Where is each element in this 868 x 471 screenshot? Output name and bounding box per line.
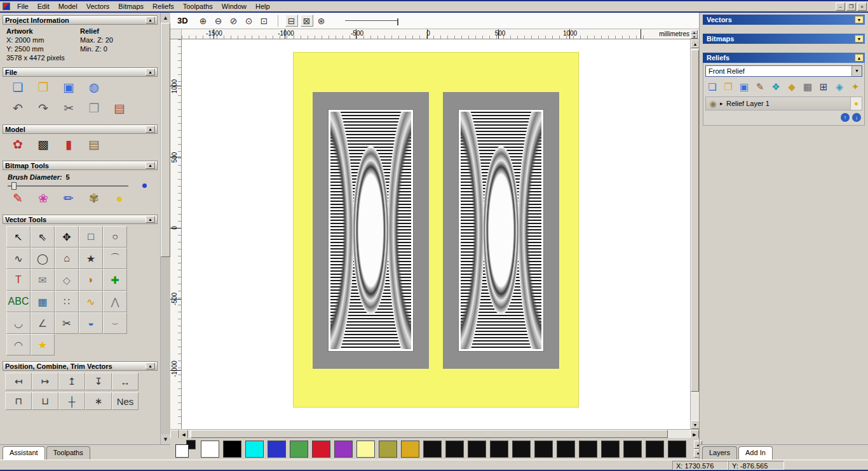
align-top-icon[interactable]: ↥ — [58, 373, 85, 390]
import-export-icon[interactable]: ◍ — [86, 80, 102, 95]
edit-model-icon[interactable]: ✿ — [10, 137, 25, 152]
palette-swatch-purple[interactable] — [334, 441, 353, 458]
star-wizard-icon[interactable]: ★ — [31, 334, 55, 355]
node-editing-icon[interactable]: ⇖ — [31, 226, 55, 248]
units-spinner[interactable]: ▲ ▼ — [691, 30, 698, 39]
scrollbar-track[interactable] — [691, 48, 699, 420]
wrap-text-icon[interactable]: ✉ — [31, 269, 55, 291]
collapse-section-button[interactable]: ▲ — [146, 162, 155, 169]
zoom-window-icon[interactable]: ⊡ — [258, 15, 271, 27]
polyline-fit-icon[interactable]: ⋀ — [103, 291, 127, 312]
create-rectangle-icon[interactable]: □ — [79, 226, 103, 248]
layer-move-down-button[interactable]: ↓ — [852, 113, 861, 122]
menu-window[interactable]: Window — [217, 2, 251, 11]
paste-along-curve-icon[interactable]: ∷ — [55, 291, 79, 312]
lighthouse-wizard-icon[interactable]: ▮ — [61, 137, 76, 152]
palette-swatch-black[interactable] — [623, 441, 642, 458]
arc-fit-icon[interactable]: ◡ — [6, 312, 31, 334]
collapse-section-button[interactable]: ▲ — [146, 216, 155, 223]
vector-doctor-icon[interactable]: ◒ — [79, 312, 103, 334]
copy-icon[interactable]: ❐ — [86, 101, 102, 116]
reliefs-panel-header[interactable]: Reliefs ▲ — [703, 53, 865, 63]
palette-swatch-cyan[interactable] — [245, 441, 264, 458]
align-right-icon[interactable]: ↦ — [32, 373, 58, 390]
palette-swatch-black[interactable] — [223, 441, 241, 458]
open-relief-icon[interactable]: ❐ — [722, 81, 734, 93]
menu-bitmaps[interactable]: Bitmaps — [114, 2, 148, 11]
undo-icon[interactable]: ↶ — [10, 101, 25, 116]
transform-vectors-icon[interactable]: ✥ — [55, 226, 79, 248]
fit-page-icon[interactable]: ⊟ — [285, 15, 298, 27]
combine-vectors-icon[interactable]: ∗ — [85, 392, 112, 410]
palette-swatch-black[interactable] — [512, 441, 531, 458]
scrollbar-track[interactable] — [188, 430, 690, 438]
scroll-down-icon[interactable]: ▼ — [161, 434, 170, 444]
zoom-previous-icon[interactable]: ⊘ — [227, 15, 240, 27]
scrollbar-thumb[interactable] — [191, 430, 668, 438]
collapse-section-button[interactable]: ▲ — [146, 69, 155, 76]
palette-swatch-black[interactable] — [423, 441, 442, 458]
align-left-icon[interactable]: ↤ — [5, 373, 32, 390]
palette-swatch-black[interactable] — [668, 441, 686, 458]
zoom-in-icon[interactable]: ⊕ — [197, 15, 210, 27]
palette-swatch-black[interactable] — [601, 441, 620, 458]
model-2d-view-canvas[interactable] — [182, 39, 690, 429]
slice-vectors-icon[interactable]: ┼ — [58, 392, 85, 410]
texture-relief-icon[interactable]: ▩ — [36, 137, 51, 152]
menu-reliefs[interactable]: Reliefs — [148, 2, 179, 11]
reliefs-collapse-icon[interactable]: ▲ — [855, 54, 864, 62]
palette-swatch-green[interactable] — [290, 441, 308, 458]
cut-icon[interactable]: ✂ — [61, 101, 76, 116]
brush-diameter-slider[interactable] — [8, 185, 128, 187]
create-circle-icon[interactable]: ◯ — [31, 248, 55, 269]
scroll-up-icon[interactable]: ▲ — [161, 13, 170, 23]
vectors-filter-icon[interactable]: ▼ — [855, 16, 864, 23]
assistant-scrollbar[interactable]: ▲ ▼ — [160, 13, 170, 444]
draw-icon[interactable]: ✏ — [61, 191, 76, 206]
save-model-icon[interactable]: ▣ — [61, 80, 76, 95]
edit-relief-icon[interactable]: ✎ — [754, 81, 766, 93]
tab-toolpaths[interactable]: Toolpaths — [46, 446, 90, 460]
scrollbar-thumb[interactable] — [691, 50, 699, 392]
menu-file[interactable]: File — [13, 2, 33, 11]
weld-vectors-icon[interactable]: ⊓ — [5, 392, 32, 410]
layer-expander-icon[interactable]: ▸ — [720, 100, 726, 107]
palette-swatch-black[interactable] — [490, 441, 508, 458]
slider-handle[interactable] — [397, 18, 398, 25]
scroll-down-icon[interactable]: ▼ — [691, 420, 700, 429]
block-paste-icon[interactable]: ✚ — [103, 269, 127, 291]
save-relief-icon[interactable]: ▣ — [738, 81, 750, 93]
create-text-icon[interactable]: T — [6, 269, 31, 291]
flood-fill-icon[interactable]: ● — [112, 192, 127, 206]
paste-icon[interactable]: ▤ — [112, 101, 127, 116]
3d-view-button[interactable]: 3D — [174, 15, 191, 26]
subtract-vectors-icon[interactable]: ⊔ — [32, 392, 58, 410]
layer-name-label[interactable]: Relief Layer 1 — [726, 100, 850, 107]
trim-vectors-icon[interactable]: ✂ — [55, 312, 79, 334]
dashed-arc-icon[interactable]: ⌣ — [103, 312, 127, 334]
invert-relief-icon[interactable]: ◆ — [786, 81, 797, 93]
palette-swatch-black[interactable] — [468, 441, 486, 458]
scrollbar-thumb[interactable] — [161, 23, 170, 257]
new-relief-icon[interactable]: ❏ — [707, 81, 718, 93]
palette-swatch-white[interactable] — [201, 441, 219, 458]
restore-button[interactable]: ❐ — [846, 3, 856, 11]
layer-visibility-bulb-icon[interactable]: ● — [850, 97, 862, 110]
bitmap-to-vector-icon[interactable]: ▦ — [31, 291, 55, 312]
open-model-icon[interactable]: ❐ — [36, 80, 51, 95]
collapse-section-button[interactable]: ▲ — [146, 362, 155, 369]
canvas-horizontal-scrollbar[interactable]: ◀ ▶ — [170, 429, 699, 438]
close-button[interactable]: × — [857, 3, 867, 11]
palette-swatch-black[interactable] — [579, 441, 597, 458]
palette-swatch-gold[interactable] — [401, 441, 419, 458]
tab-assistant[interactable]: Assistant — [3, 446, 45, 460]
bitmaps-filter-icon[interactable]: ▼ — [855, 35, 864, 43]
menu-edit[interactable]: Edit — [33, 2, 54, 11]
spinner-up-icon[interactable]: ▲ — [691, 30, 698, 34]
primary-secondary-colour-indicator[interactable] — [175, 440, 197, 458]
minimize-button[interactable]: – — [836, 3, 845, 11]
bell-curve-icon[interactable]: ◠ — [6, 334, 31, 355]
offset-relief-icon[interactable]: ⊞ — [818, 81, 829, 93]
nest-vectors-icon[interactable]: Nes — [112, 392, 139, 410]
toolbar-slider[interactable] — [345, 17, 398, 25]
